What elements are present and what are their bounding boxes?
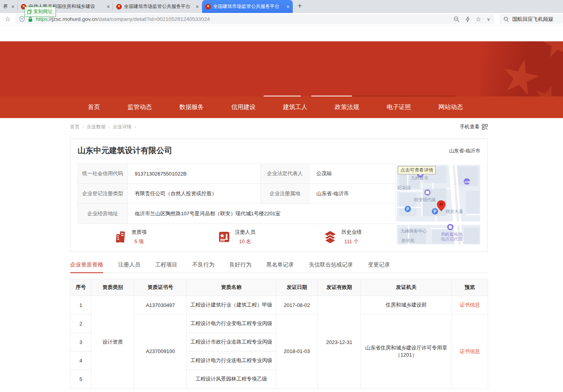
copy-icon	[27, 9, 32, 14]
nav-item-e-license[interactable]: 电子证照	[386, 103, 411, 111]
tab-registered-personnel[interactable]: 注册人员	[118, 261, 140, 268]
breadcrumb-separator: ›	[134, 124, 136, 129]
tab-title: 界	[3, 3, 9, 10]
col-name: 资质名称	[187, 279, 276, 296]
svg-text:联安现代城: 联安现代城	[414, 197, 436, 202]
close-icon[interactable]: ×	[107, 4, 110, 9]
reg-type-label: 企业登记注册类型	[78, 184, 128, 204]
cell-authority: 住房和城乡建设部	[361, 296, 452, 314]
favorite-star-icon[interactable]: ☆	[476, 16, 481, 22]
nav-item-policy[interactable]: 政策法规	[335, 103, 359, 111]
qr-icon	[482, 124, 488, 130]
bookmark-star-icon[interactable]: ☆	[5, 15, 11, 23]
certificate-info-link[interactable]: 证书信息	[460, 348, 480, 354]
tab-change-records[interactable]: 变更记录	[368, 261, 390, 268]
svg-text:ATM: ATM	[465, 181, 470, 183]
close-icon[interactable]: ×	[11, 4, 15, 9]
svg-text:纪花园: 纪花园	[398, 185, 411, 190]
company-card: 山东中元建筑设计有限公司 山东省-临沂市 统一社会信用代码 9137130267…	[70, 139, 488, 252]
reg-type-value: 有限责任公司（自然人投资或控股）	[128, 184, 261, 204]
cell-seq: 2	[71, 314, 91, 333]
company-name: 山东中元建筑设计有限公司	[78, 145, 172, 156]
stat-value: 5 项	[132, 238, 147, 245]
stat-historical-performance[interactable]: 历史业绩 111 个	[290, 229, 396, 245]
tab-title: 全国建筑市场监管公共服务平台	[213, 3, 284, 10]
table-row: 1 设计资质 A137030497 工程设计建筑行业（建筑工程）甲级 2017-…	[71, 296, 488, 314]
breadcrumb-separator: ›	[82, 124, 84, 129]
browser-tab-jzsc-1[interactable]: 全国建筑市场监管公共服务平台 ×	[113, 0, 202, 13]
new-tab-button[interactable]: +	[297, 2, 302, 11]
browser-search-box[interactable]: 国航回应飞机颠簸	[500, 14, 563, 24]
detail-tab-bar: 企业资质资格 注册人员 工程项目 不良行为 良好行为 黑名单记录 失信联合惩戒记…	[70, 261, 488, 273]
cell-name: 工程设计电力行业变电工程专业丙级	[187, 314, 276, 333]
table-header-row: 序号 资质类别 资质证书号 资质名称 发证日期 发证有效期 发证机关 预览	[71, 279, 488, 296]
tab-blacklist[interactable]: 黑名单记录	[266, 261, 294, 268]
close-icon[interactable]: ×	[196, 4, 199, 9]
stat-value: 10 名	[235, 238, 255, 245]
stat-qualifications[interactable]: 资质项 5 项	[78, 229, 184, 245]
breadcrumb-company-data[interactable]: 企业数据	[87, 124, 106, 129]
emblem-favicon-icon	[205, 4, 211, 9]
cell-name: 工程设计建筑行业（建筑工程）甲级	[187, 296, 276, 314]
browser-tab-bar: 界 × 中华人民共和国住房和城乡建设 × 全国建筑市场监管公共服务平台 × 全国…	[0, 0, 563, 13]
nav-item-data-service[interactable]: 数据服务	[179, 103, 204, 111]
zoom-out-icon[interactable]	[453, 16, 460, 22]
table-row: 统一社会信用代码 91371302675501022B 企业法定代表人 公茂福	[78, 164, 396, 184]
nav-item-home[interactable]: 首页	[88, 103, 100, 111]
mobile-view-button[interactable]: 手机查看	[460, 124, 488, 130]
emblem-favicon-icon	[116, 4, 122, 9]
cell-issue-date: 2018-01-03	[276, 314, 318, 388]
tab-qualifications[interactable]: 企业资质资格	[70, 261, 103, 268]
tab-dishonesty-records[interactable]: 失信联合惩戒记录	[309, 261, 353, 268]
svg-text:联安大厦: 联安大厦	[446, 209, 463, 214]
address-bar[interactable]: https://jzsc.mohurd.gov.cn/data/company/…	[15, 14, 494, 24]
url-scheme: https	[36, 16, 47, 22]
col-preview: 预览	[452, 279, 488, 296]
breadcrumb-row: 首页›企业数据›企业详情› 手机查看	[70, 124, 488, 130]
svg-text:临沂总代理: 临沂总代理	[441, 237, 463, 241]
company-info-table: 统一社会信用代码 91371302675501022B 企业法定代表人 公茂福 …	[78, 163, 396, 224]
tab-bad-behavior[interactable]: 不良行为	[192, 261, 214, 268]
nav-item-workers[interactable]: 建筑工人	[283, 103, 307, 111]
certificate-icon	[218, 231, 230, 243]
main-navigation: 首页 监管动态 数据服务 信用建设 建筑工人 政策法规 电子证照 网站动态	[0, 96, 563, 118]
browser-search-text: 国航回应飞机颠簸	[512, 16, 553, 23]
shield-icon[interactable]	[19, 16, 25, 22]
nav-item-supervision[interactable]: 监管动态	[128, 103, 152, 111]
stat-registered-personnel[interactable]: 注册人员 10 名	[184, 229, 290, 245]
browser-tab-jzsc-active[interactable]: 全国建筑市场监管公共服务平台 ×	[202, 0, 293, 13]
legal-rep-value: 公茂福	[309, 164, 396, 184]
screen: 界 × 中华人民共和国住房和城乡建设 × 全国建筑市场监管公共服务平台 × 全国…	[0, 0, 563, 392]
col-authority: 发证机关	[361, 279, 452, 296]
tab-projects[interactable]: 工程项目	[155, 261, 177, 268]
url-text[interactable]: https://jzsc.mohurd.gov.cn/data/company/…	[36, 16, 210, 22]
chevron-down-icon[interactable]: ∨	[487, 17, 490, 22]
nav-item-credit[interactable]: 信用建设	[231, 103, 256, 111]
col-issue-date: 发证日期	[276, 279, 318, 296]
lightning-icon[interactable]	[465, 16, 470, 22]
nav-item-site-news[interactable]: 网站动态	[439, 103, 463, 111]
company-stats: 资质项 5 项 注册人员 10 名	[78, 229, 396, 245]
cell-name: 工程设计电力行业送电工程专业丙级	[187, 351, 276, 370]
credit-code-label: 统一社会信用代码	[78, 164, 128, 184]
site-header: 中华人民共和国住房和城乡建设部www.mohurd.gov.cn 全国建筑市场监…	[0, 41, 563, 96]
reg-place-label: 企业注册属地	[261, 184, 309, 204]
col-valid-until: 发证有效期	[318, 279, 361, 296]
close-icon[interactable]: ×	[286, 4, 290, 9]
copy-url-tooltip[interactable]: 复制网址	[24, 7, 56, 17]
tab-good-behavior[interactable]: 良好行为	[229, 261, 251, 268]
breadcrumb-separator: ›	[108, 124, 110, 129]
table-row: 企业经营地址 临沂市兰山区陶然路107号星河晶都（联安）现代城1号楼2201室	[78, 204, 396, 224]
breadcrumb-company-detail[interactable]: 企业详情	[113, 124, 132, 129]
building-icon	[115, 230, 127, 244]
breadcrumb-home[interactable]: 首页	[70, 124, 80, 129]
location-map[interactable]: 点击可查看详情 九州超市 ATM 纪花园	[397, 165, 480, 244]
tab-title: 全国建筑市场监管公共服务平台	[124, 3, 193, 10]
cell-seq: 1	[71, 296, 91, 314]
layers-icon	[323, 230, 337, 244]
table-row: 企业登记注册类型 有限责任公司（自然人投资或控股） 企业注册属地 山东省-临沂市	[78, 184, 396, 204]
url-path: /data/company/detail?id=0021052912405330…	[97, 16, 210, 22]
certificate-info-link[interactable]: 证书信息	[460, 302, 480, 308]
browser-tab-cut[interactable]: 界 ×	[0, 0, 18, 13]
qualification-table: 序号 资质类别 资质证书号 资质名称 发证日期 发证有效期 发证机关 预览 1 …	[70, 279, 488, 388]
